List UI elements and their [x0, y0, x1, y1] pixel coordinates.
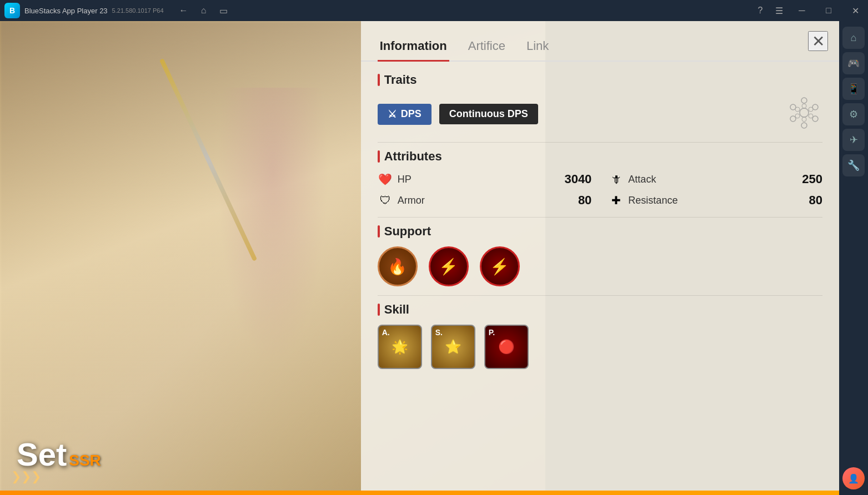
skill-icons-row: A. 🌟 S. ⭐ P. 🔴 — [378, 325, 822, 369]
character-rarity: SSR — [69, 452, 101, 469]
trait-badge-continuous[interactable]: Continuous DPS — [439, 104, 538, 124]
minimize-button[interactable]: ─ — [789, 0, 815, 21]
app-version: 5.21.580.1017 P64 — [112, 7, 164, 14]
traits-section: Traits ⚔ DPS Continuous DPS — [361, 73, 839, 133]
support-icons-row: 🔥 ⚡ ⚡ — [378, 246, 822, 286]
character-name-area: Set SSR — [17, 436, 101, 473]
svg-point-10 — [802, 117, 806, 122]
tab-artifice[interactable]: Artifice — [466, 32, 508, 62]
user-avatar[interactable]: 👤 — [842, 467, 865, 489]
attack-value: 250 — [789, 172, 822, 186]
right-sidebar: ⌂ 🎮 📱 ⚙ ✈ 🔧 👤 — [839, 21, 868, 495]
resistance-icon: ✚ — [608, 193, 624, 208]
armor-icon: 🛡 — [378, 193, 393, 208]
attributes-section: Attributes ❤️ HP 3040 🗡 Attack 250 🛡 — [361, 149, 839, 208]
tab-information[interactable]: Information — [378, 32, 449, 62]
traits-section-title: Traits — [378, 73, 822, 87]
svg-point-5 — [790, 104, 796, 110]
continuous-dps-label: Continuous DPS — [449, 108, 528, 120]
sidebar-icon-home[interactable]: ⌂ — [842, 27, 865, 49]
menu-button[interactable]: ☰ — [770, 3, 788, 18]
support-section-title: Support — [378, 224, 822, 239]
trait-emblem — [786, 95, 822, 133]
svg-point-3 — [801, 123, 807, 128]
help-button[interactable]: ? — [751, 3, 769, 18]
skill-section-title: Skill — [378, 302, 822, 317]
skill-2-label: S. — [435, 328, 443, 337]
support-icon-1-symbol: 🔥 — [388, 257, 407, 276]
armor-row: 🛡 Armor 80 — [378, 193, 592, 208]
resistance-row: ✚ Resistance 80 — [608, 193, 822, 208]
attack-icon: 🗡 — [608, 171, 624, 187]
svg-point-7 — [802, 104, 806, 108]
support-icon-2-symbol: ⚡ — [439, 257, 458, 276]
hp-row: ❤️ HP 3040 — [378, 171, 592, 187]
panel-close-button[interactable]: ✕ — [808, 31, 828, 51]
skill-3-label: P. — [489, 328, 495, 337]
divider-3 — [378, 295, 822, 296]
armor-value: 80 — [558, 193, 591, 208]
skill-icon-1[interactable]: A. 🌟 — [378, 325, 422, 369]
skill-icon-3[interactable]: P. 🔴 — [484, 325, 529, 369]
attributes-section-title: Attributes — [378, 149, 822, 164]
svg-point-1 — [812, 104, 818, 110]
svg-point-2 — [812, 116, 818, 122]
hp-icon: ❤️ — [378, 171, 393, 187]
app-title: BlueStacks App Player 23 — [24, 7, 108, 15]
skill-1-label: A. — [382, 328, 390, 337]
nav-home-button[interactable]: ⌂ — [195, 3, 213, 18]
hp-value: 3040 — [558, 172, 591, 186]
sidebar-icon-controller[interactable]: 🎮 — [842, 52, 865, 74]
svg-point-12 — [795, 107, 800, 112]
support-icon-3[interactable]: ⚡ — [480, 246, 520, 286]
window-close-button[interactable]: ✕ — [842, 0, 868, 21]
svg-point-6 — [800, 108, 809, 117]
info-panel: ✕ Information Artifice Link Traits ⚔ DPS… — [361, 21, 839, 495]
tab-link[interactable]: Link — [524, 32, 551, 62]
tabs-container: Information Artifice Link — [361, 21, 839, 62]
svg-point-11 — [795, 114, 800, 118]
svg-point-8 — [809, 107, 813, 112]
app-logo: B — [4, 3, 20, 18]
nav-forward-button[interactable]: ▭ — [215, 3, 233, 18]
armor-label: Armor — [398, 195, 554, 206]
attributes-grid: ❤️ HP 3040 🗡 Attack 250 🛡 Armor 80 — [378, 171, 822, 208]
nav-back-button[interactable]: ← — [175, 3, 193, 18]
character-name: Set — [17, 436, 67, 473]
bottom-bar — [0, 491, 839, 495]
trait-badge-dps[interactable]: ⚔ DPS — [378, 104, 432, 125]
skill-section: Skill A. 🌟 S. ⭐ P. 🔴 — [361, 302, 839, 369]
titlebar-nav: ← ⌂ ▭ — [175, 3, 233, 18]
svg-point-9 — [809, 114, 813, 118]
sidebar-icon-phone[interactable]: 📱 — [842, 78, 865, 100]
divider-1 — [378, 142, 822, 143]
titlebar: B BlueStacks App Player 23 5.21.580.1017… — [0, 0, 868, 21]
svg-point-4 — [790, 116, 796, 122]
maximize-button[interactable]: □ — [816, 0, 841, 21]
traits-row: ⚔ DPS Continuous DPS — [378, 95, 822, 133]
dps-label: DPS — [401, 108, 422, 120]
support-section: Support 🔥 ⚡ ⚡ — [361, 224, 839, 286]
hp-label: HP — [398, 174, 554, 185]
divider-2 — [378, 217, 822, 218]
sidebar-icon-settings[interactable]: ⚙ — [842, 103, 865, 125]
resistance-value: 80 — [789, 193, 822, 208]
skill-icon-2[interactable]: S. ⭐ — [431, 325, 475, 369]
dps-icon: ⚔ — [388, 108, 397, 120]
support-icon-1[interactable]: 🔥 — [378, 246, 418, 286]
support-icon-3-symbol: ⚡ — [490, 257, 509, 276]
svg-point-0 — [801, 98, 807, 103]
attack-row: 🗡 Attack 250 — [608, 171, 822, 187]
navigation-arrows: ❯❯❯ — [11, 469, 41, 484]
resistance-label: Resistance — [628, 195, 785, 206]
sidebar-icon-tool[interactable]: 🔧 — [842, 154, 865, 176]
game-area: Set SSR ❯❯❯ ✕ Information Artifice Link … — [0, 21, 839, 495]
window-controls: ? ☰ ─ □ ✕ — [751, 0, 868, 21]
support-icon-2[interactable]: ⚡ — [429, 246, 469, 286]
sidebar-icon-plane[interactable]: ✈ — [842, 129, 865, 151]
attack-label: Attack — [628, 174, 785, 185]
